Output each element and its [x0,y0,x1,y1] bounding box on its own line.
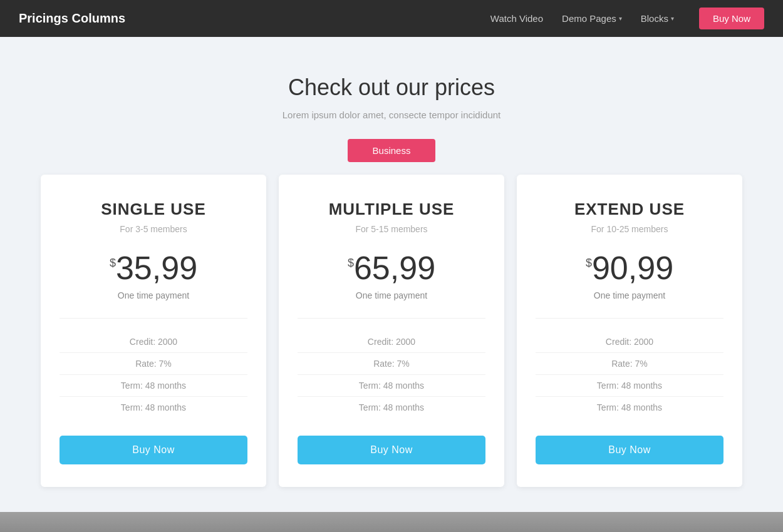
pricing-card-extend: EXTEND USE For 10-25 members $ 90,99 One… [517,175,742,487]
feature-single-1: Credit: 2000 [60,331,247,353]
price-label-extend: One time payment [536,290,723,300]
price-block-extend: $ 90,99 [536,252,723,284]
section-subtitle: Lorem ipsum dolor amet, consecte tempor … [28,110,755,120]
plan-members-single: For 3-5 members [60,224,247,234]
price-amount-multiple: 65,99 [354,252,435,284]
plan-name-single: SINGLE USE [60,200,247,219]
plan-name-extend: EXTEND USE [536,200,723,219]
plan-members-extend: For 10-25 members [536,224,723,234]
nav-demo-pages[interactable]: Demo Pages ▾ [562,13,622,24]
pricing-row: SINGLE USE For 3-5 members $ 35,99 One t… [28,175,755,487]
main-content: Check out our prices Lorem ipsum dolor a… [16,37,767,512]
buy-button-multiple[interactable]: Buy Now [298,436,485,464]
feature-multiple-4: Term: 48 months [298,397,485,418]
price-currency-extend: $ [586,257,592,270]
nav-blocks[interactable]: Blocks ▾ [641,13,674,24]
divider-multiple [298,318,485,319]
feature-extend-4: Term: 48 months [536,397,723,418]
pricing-card-multiple: MULTIPLE USE For 5-15 members $ 65,99 On… [279,175,504,487]
feature-multiple-2: Rate: 7% [298,353,485,375]
price-amount-extend: 90,99 [592,252,673,284]
price-currency-multiple: $ [348,257,354,270]
price-amount-single: 35,99 [116,252,197,284]
blocks-dropdown-icon: ▾ [671,15,674,22]
feature-single-3: Term: 48 months [60,375,247,397]
buy-button-extend[interactable]: Buy Now [536,436,723,464]
feature-multiple-1: Credit: 2000 [298,331,485,353]
section-title: Check out our prices [28,74,755,101]
divider-single [60,318,247,319]
bottom-banner-bg [0,512,783,532]
nav-watch-video[interactable]: Watch Video [490,13,543,24]
feature-extend-1: Credit: 2000 [536,331,723,353]
divider-extend [536,318,723,319]
price-label-multiple: One time payment [298,290,485,300]
feature-extend-2: Rate: 7% [536,353,723,375]
buy-button-single[interactable]: Buy Now [60,436,247,464]
demo-pages-dropdown-icon: ▾ [619,15,622,22]
price-block-single: $ 35,99 [60,252,247,284]
price-label-single: One time payment [60,290,247,300]
site-title: Pricings Columns [19,11,490,26]
price-currency-single: $ [110,257,116,270]
nav-buy-button[interactable]: Buy Now [699,8,764,29]
feature-single-2: Rate: 7% [60,353,247,375]
feature-single-4: Term: 48 months [60,397,247,418]
active-tab-button[interactable]: Business [348,139,436,162]
price-block-multiple: $ 65,99 [298,252,485,284]
feature-multiple-3: Term: 48 months [298,375,485,397]
feature-extend-3: Term: 48 months [536,375,723,397]
navbar: Pricings Columns Watch Video Demo Pages … [0,0,783,37]
plan-name-multiple: MULTIPLE USE [298,200,485,219]
bottom-banner: Standart Business Premium [0,512,783,532]
plan-members-multiple: For 5-15 members [298,224,485,234]
pricing-card-single: SINGLE USE For 3-5 members $ 35,99 One t… [41,175,266,487]
tab-row: Business [28,139,755,162]
nav-links: Watch Video Demo Pages ▾ Blocks ▾ Buy No… [490,8,764,29]
